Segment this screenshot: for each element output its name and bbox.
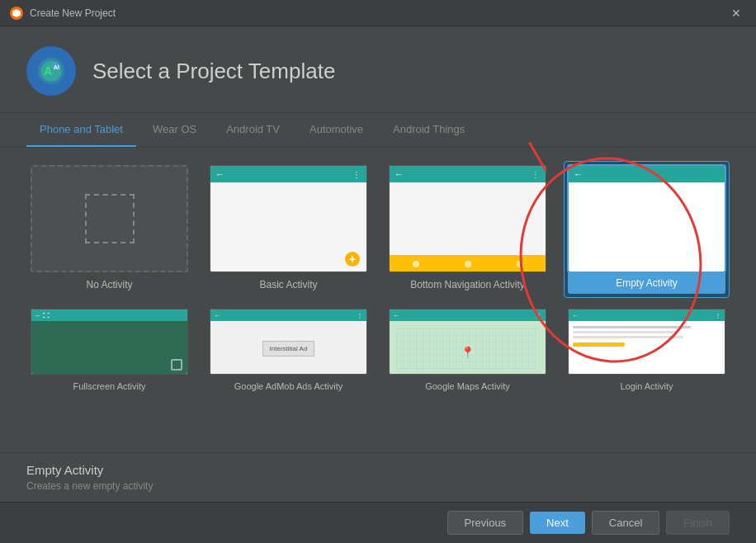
menu-dots-icon2: ⋮: [532, 170, 541, 179]
fullscreen-preview: ← ⛶: [31, 309, 188, 375]
template-login[interactable]: ← ⋮ Login Activity: [564, 305, 730, 395]
fab-icon: +: [345, 252, 360, 267]
title-bar: Create New Project ✕: [0, 0, 756, 26]
svg-text:A: A: [44, 64, 53, 78]
title-bar-text: Create New Project: [30, 7, 116, 19]
footer: Previous Next Cancel Finish: [0, 502, 756, 543]
android-studio-icon: A AI: [26, 46, 76, 96]
previous-button[interactable]: Previous: [447, 511, 524, 535]
login-preview: ← ⋮: [568, 309, 725, 375]
template-no-activity[interactable]: No Activity: [26, 161, 192, 298]
nav-item-1: [413, 261, 419, 267]
empty-body: [569, 182, 725, 272]
bottom-nav-bar: [390, 255, 546, 272]
template-name-basic: Basic Activity: [259, 279, 317, 290]
nav-item-2: [465, 261, 471, 267]
nav-item-3: [517, 261, 523, 267]
empty-activity-preview: ←: [568, 165, 725, 272]
template-name-login: Login Activity: [620, 381, 673, 391]
templates-grid-row1: No Activity ← ⋮ + Basic Activity: [26, 161, 730, 298]
basic-body: +: [210, 182, 366, 272]
template-name-interstitial: Google AdMob Ads Activity: [234, 381, 343, 391]
title-bar-left: Create New Project: [10, 7, 116, 20]
empty-top-bar: ←: [569, 166, 725, 182]
template-interstitial-ad[interactable]: ← ⋮ Interstitial Ad Google AdMob Ads Act…: [206, 305, 371, 395]
tabs-bar: Phone and Tablet Wear OS Android TV Auto…: [0, 113, 756, 148]
maps-preview: ← ⋮ 📍: [389, 309, 546, 375]
bottom-nav-body: [390, 182, 546, 272]
tab-android-things[interactable]: Android Things: [380, 113, 478, 147]
template-empty-activity[interactable]: ← Empty Activity: [564, 161, 730, 298]
selected-label: Empty Activity: [568, 272, 725, 294]
interstitial-preview: ← ⋮ Interstitial Ad: [210, 309, 367, 375]
back-arrow-icon3: ←: [574, 169, 583, 179]
basic-activity-preview: ← ⋮ +: [210, 165, 367, 272]
bottom-nav-preview: ← ⋮: [389, 165, 546, 272]
bottom-nav-top-bar: ← ⋮: [390, 166, 546, 182]
template-name-maps: Google Maps Activity: [425, 381, 510, 391]
back-arrow-icon: ←: [215, 169, 224, 179]
tab-phone-tablet[interactable]: Phone and Tablet: [26, 113, 136, 147]
close-button[interactable]: ✕: [726, 5, 746, 21]
app-icon: [10, 7, 23, 20]
dialog-title: Select a Project Template: [92, 59, 335, 84]
menu-dots-icon: ⋮: [352, 170, 361, 179]
template-name-bottom-nav: Bottom Navigation Activity: [410, 279, 525, 290]
tab-android-tv[interactable]: Android TV: [213, 113, 293, 147]
dialog: A AI Select a Project Template Phone and…: [0, 26, 756, 543]
selected-activity-title: Empty Activity: [26, 463, 730, 477]
dialog-header: A AI Select a Project Template: [0, 26, 756, 113]
finish-button[interactable]: Finish: [666, 511, 730, 535]
back-arrow-icon2: ←: [395, 169, 404, 179]
dashed-placeholder: [85, 194, 135, 243]
tab-automotive[interactable]: Automotive: [296, 113, 376, 147]
template-basic-activity[interactable]: ← ⋮ + Basic Activity: [206, 161, 371, 298]
tab-wear-os[interactable]: Wear OS: [139, 113, 210, 147]
template-bottom-nav[interactable]: ← ⋮ Bottom Navigation Activity: [385, 161, 550, 298]
template-name-no-activity: No Activity: [86, 279, 132, 290]
info-bar: Empty Activity Creates a new empty activ…: [0, 452, 756, 502]
cancel-button[interactable]: Cancel: [592, 511, 659, 535]
template-fullscreen[interactable]: ← ⛶ Fullscreen Activity: [26, 305, 192, 395]
basic-top-bar: ← ⋮: [210, 166, 366, 182]
content-area: No Activity ← ⋮ + Basic Activity: [0, 148, 756, 452]
template-name-fullscreen: Fullscreen Activity: [73, 381, 145, 391]
templates-grid-row2: ← ⛶ Fullscreen Activity ← ⋮: [26, 305, 730, 395]
svg-text:AI: AI: [54, 64, 59, 71]
next-button[interactable]: Next: [530, 512, 585, 534]
no-activity-preview: [31, 165, 188, 272]
template-maps[interactable]: ← ⋮ 📍 Google Maps Activity: [385, 305, 550, 395]
map-pin-icon: 📍: [461, 346, 475, 359]
selected-activity-description: Creates a new empty activity: [26, 480, 730, 492]
